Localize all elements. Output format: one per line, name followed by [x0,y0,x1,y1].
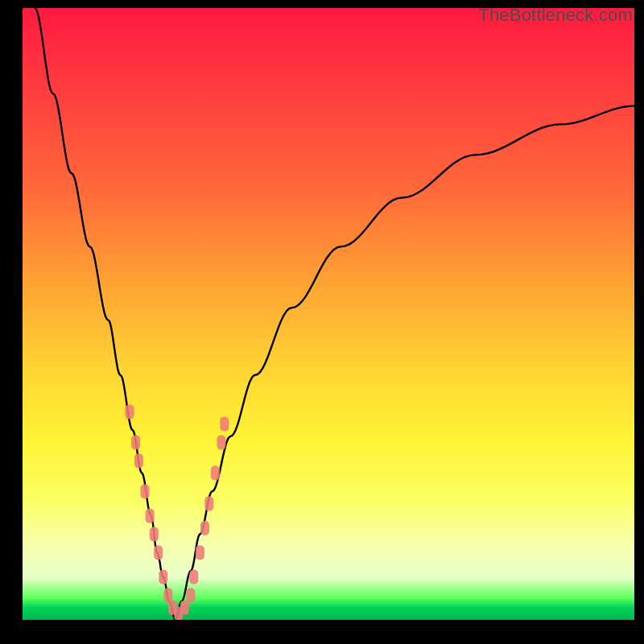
scatter-point [150,527,159,542]
scatter-point [196,545,204,559]
scatter-layer [23,8,634,620]
scatter-point [146,509,155,523]
scatter-point [189,570,198,584]
scatter-point [131,436,140,450]
scatter-point [187,588,196,603]
scatter-point [217,436,226,450]
scatter-point [204,497,213,511]
scatter-point [141,484,150,498]
scatter-point [126,405,134,419]
scatter-point [154,545,163,559]
scatter-point [211,466,220,481]
scatter-point [220,417,229,431]
watermark-text: TheBottleneck.com [478,5,633,26]
scatter-point [200,521,209,535]
plot-area [23,8,634,620]
scatter-point [134,453,143,468]
scatter-point [159,570,167,584]
chart-frame: TheBottleneck.com [0,0,644,644]
scatter-point [180,601,189,615]
